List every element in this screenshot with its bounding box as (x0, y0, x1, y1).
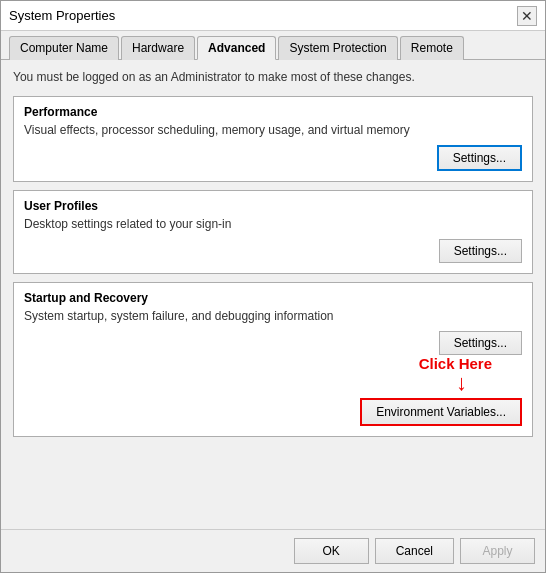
user-profiles-title: User Profiles (24, 199, 522, 213)
admin-notice: You must be logged on as an Administrato… (13, 70, 533, 84)
arrow-down-icon: ↓ (456, 372, 467, 394)
performance-description: Visual effects, processor scheduling, me… (24, 123, 522, 137)
performance-settings-button[interactable]: Settings... (437, 145, 522, 171)
startup-recovery-section: Startup and Recovery System startup, sys… (13, 282, 533, 437)
env-variables-wrapper: Environment Variables... (24, 398, 522, 426)
tab-computer-name[interactable]: Computer Name (9, 36, 119, 60)
user-profiles-actions: Settings... (24, 239, 522, 263)
close-button[interactable]: ✕ (517, 6, 537, 26)
environment-variables-button[interactable]: Environment Variables... (360, 398, 522, 426)
user-profiles-settings-button[interactable]: Settings... (439, 239, 522, 263)
performance-actions: Settings... (24, 145, 522, 171)
user-profiles-description: Desktop settings related to your sign-in (24, 217, 522, 231)
tab-hardware[interactable]: Hardware (121, 36, 195, 60)
system-properties-window: System Properties ✕ Computer Name Hardwa… (0, 0, 546, 573)
tab-remote[interactable]: Remote (400, 36, 464, 60)
content-area: You must be logged on as an Administrato… (1, 60, 545, 529)
tab-advanced[interactable]: Advanced (197, 36, 276, 60)
ok-button[interactable]: OK (294, 538, 369, 564)
cancel-button[interactable]: Cancel (375, 538, 454, 564)
startup-recovery-title: Startup and Recovery (24, 291, 522, 305)
tab-system-protection[interactable]: System Protection (278, 36, 397, 60)
click-here-annotation: Click Here ↓ (24, 355, 522, 394)
tab-bar: Computer Name Hardware Advanced System P… (1, 31, 545, 60)
footer: OK Cancel Apply (1, 529, 545, 572)
startup-recovery-actions: Settings... (24, 331, 522, 355)
apply-button[interactable]: Apply (460, 538, 535, 564)
title-bar: System Properties ✕ (1, 1, 545, 31)
startup-recovery-settings-button[interactable]: Settings... (439, 331, 522, 355)
window-title: System Properties (9, 8, 115, 23)
startup-recovery-description: System startup, system failure, and debu… (24, 309, 522, 323)
performance-title: Performance (24, 105, 522, 119)
user-profiles-section: User Profiles Desktop settings related t… (13, 190, 533, 274)
performance-section: Performance Visual effects, processor sc… (13, 96, 533, 182)
